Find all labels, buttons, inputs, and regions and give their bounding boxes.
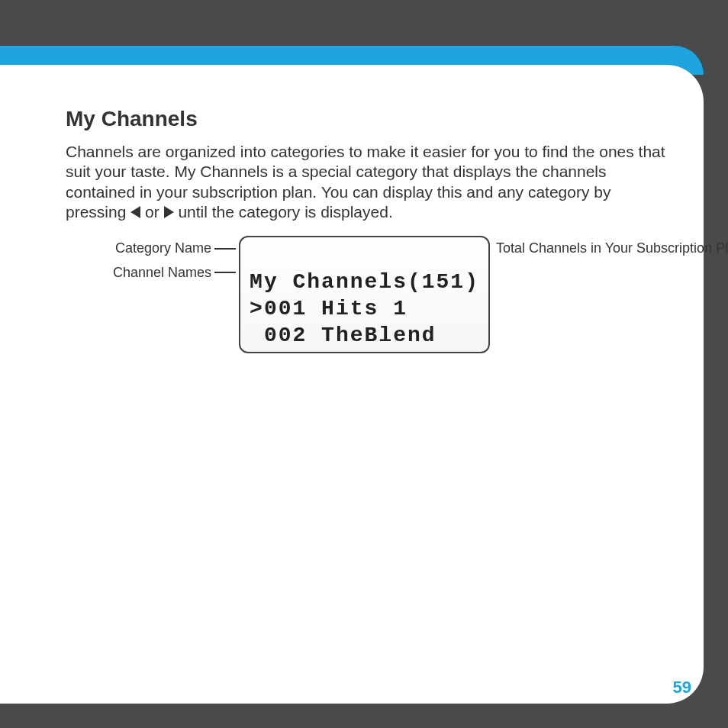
body-text-part2: until the category is displayed. [174,203,393,221]
label-channel-names: Channel Names [113,265,211,282]
body-paragraph: Channels are organized into categories t… [66,142,667,222]
label-category-name: Category Name [115,240,211,257]
body-text-or: or [140,203,163,221]
lcd-line-1: My Channels(151) [250,270,479,294]
lcd-diagram: Category Name Channel Names My Channels(… [66,236,667,353]
connector-line [214,272,236,273]
right-labels: Total Channels in Your Subscription Plan [490,236,620,257]
left-labels: Category Name Channel Names [113,236,239,281]
page-number: 59 [673,678,691,697]
label-total-channels: Total Channels in Your Subscription Plan [496,240,728,257]
lcd-screen: My Channels(151) >001 Hits 1 002 TheBlen… [239,236,490,353]
lcd-line-2: >001 Hits 1 [250,297,407,321]
connector-line [214,248,236,250]
lcd-line-3: 002 TheBlend [250,324,436,347]
content-area: My Channels Channels are organized into … [66,107,667,353]
right-arrow-icon [164,206,174,218]
page-heading: My Channels [66,107,667,131]
left-arrow-icon [130,206,140,218]
